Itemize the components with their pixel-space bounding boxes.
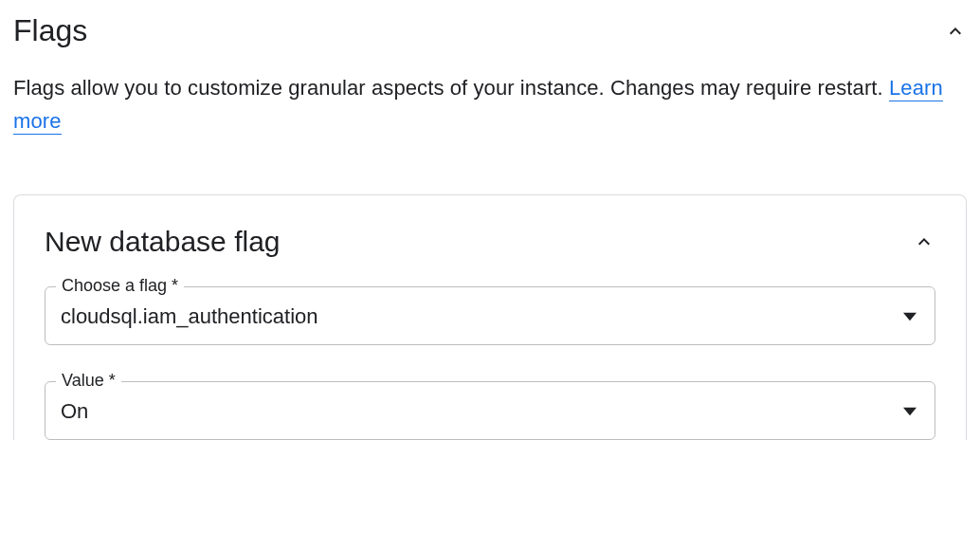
card-title: New database flag: [45, 226, 281, 258]
choose-flag-label: Choose a flag *: [56, 276, 184, 296]
card-header[interactable]: New database flag: [45, 226, 935, 258]
flags-section-header[interactable]: Flags: [13, 13, 967, 48]
section-description: Flags allow you to customize granular as…: [13, 71, 967, 138]
caret-down-icon: [900, 402, 919, 421]
value-select[interactable]: On: [45, 381, 935, 440]
section-title: Flags: [13, 13, 87, 48]
chevron-up-icon[interactable]: [913, 230, 935, 253]
choose-flag-field: Choose a flag * cloudsql.iam_authenticat…: [45, 286, 935, 345]
chevron-up-icon[interactable]: [944, 20, 967, 43]
choose-flag-value: cloudsql.iam_authentication: [61, 304, 318, 329]
description-text: Flags allow you to customize granular as…: [13, 76, 889, 100]
value-label: Value *: [56, 371, 121, 391]
caret-down-icon: [900, 307, 919, 326]
new-flag-card: New database flag Choose a flag * clouds…: [13, 194, 967, 440]
value-field: Value * On: [45, 381, 935, 440]
value-select-value: On: [61, 399, 88, 424]
